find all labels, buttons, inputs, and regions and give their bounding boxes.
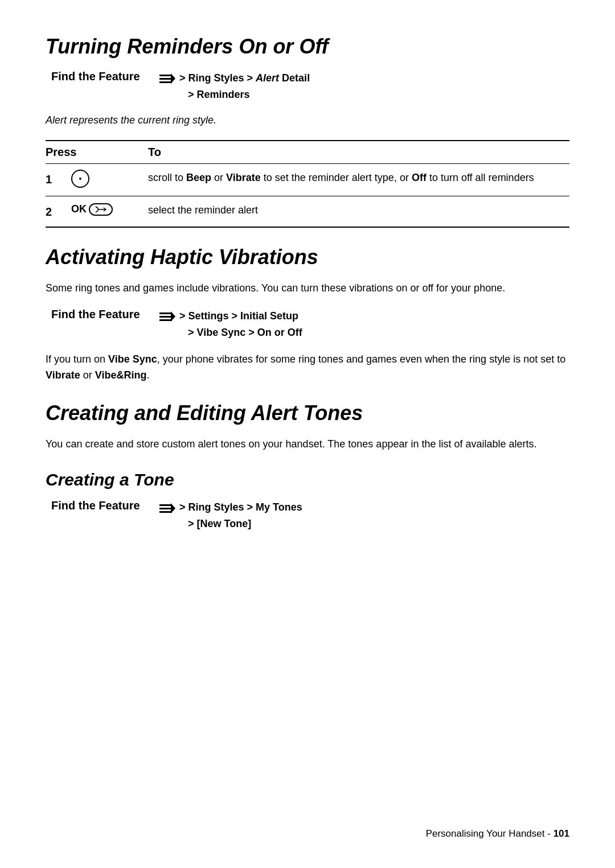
find-feature-label-haptic: Find the Feature bbox=[46, 308, 159, 321]
find-feature-path-haptic: > Settings > Initial Setup > Vibe Sync >… bbox=[159, 308, 302, 341]
svg-rect-4 bbox=[159, 312, 172, 314]
press-header: Press bbox=[46, 141, 148, 164]
vibrate-bold: Vibrate bbox=[46, 369, 80, 381]
beep-word: Beep bbox=[186, 172, 211, 183]
vibe-sync-note: If you turn on Vibe Sync, your phone vib… bbox=[46, 352, 569, 384]
press-table-header: Press To bbox=[46, 141, 569, 164]
section-creating-editing: Creating and Editing Alert Tones You can… bbox=[46, 401, 569, 452]
find-feature-label-reminders: Find the Feature bbox=[46, 70, 159, 83]
find-feature-path-line2-haptic: > Vibe Sync > On or Off bbox=[159, 324, 302, 341]
svg-rect-6 bbox=[159, 319, 172, 321]
vibrate-word: Vibrate bbox=[226, 172, 261, 183]
find-feature-path-line1-reminders: > Ring Styles > Alert Detail bbox=[159, 70, 310, 87]
svg-marker-11 bbox=[171, 503, 175, 513]
haptic-body: Some ring tones and games include vibrat… bbox=[46, 281, 569, 297]
to-header: To bbox=[148, 141, 569, 164]
section-title-turning-reminders: Turning Reminders On or Off bbox=[46, 34, 569, 59]
menu-icon-1 bbox=[159, 73, 175, 84]
find-feature-path-tone: > Ring Styles > My Tones > [New Tone] bbox=[159, 499, 302, 532]
find-feature-path-line1-tone: > Ring Styles > My Tones bbox=[159, 499, 302, 516]
table-row: 2 OK select the reminder bbox=[46, 196, 569, 227]
ok-label: OK bbox=[71, 203, 87, 215]
path-ring-styles-tone: > Ring Styles > My Tones bbox=[179, 501, 302, 513]
table-row: 1 • scroll to Beep or Vibrate to set the… bbox=[46, 163, 569, 196]
action-1: scroll to Beep or Vibrate to set the rem… bbox=[148, 163, 569, 196]
press-table-body: 1 • scroll to Beep or Vibrate to set the… bbox=[46, 163, 569, 227]
section-activating-haptic: Activating Haptic Vibrations Some ring t… bbox=[46, 245, 569, 384]
find-feature-path-line2-tone: > [New Tone] bbox=[159, 516, 302, 532]
find-feature-path-line2-reminders: > Reminders bbox=[159, 87, 310, 103]
section-title-creating-tone: Creating a Tone bbox=[46, 470, 569, 490]
row-number-2: 2 bbox=[46, 205, 58, 218]
path-ring-styles: > Ring Styles > Alert Detail bbox=[179, 72, 310, 84]
off-word: Off bbox=[412, 172, 427, 183]
alert-note: Alert represents the current ring style. bbox=[46, 114, 569, 126]
press-table: Press To 1 • scroll to Beep or Vibrate t… bbox=[46, 140, 569, 228]
ok-bracket-icon bbox=[89, 203, 113, 216]
action-2: select the reminder alert bbox=[148, 196, 569, 227]
circle-dot: • bbox=[79, 174, 82, 183]
viber-ring-bold: Vibe&Ring bbox=[95, 369, 147, 381]
section-creating-tone: Creating a Tone Find the Feature > Ring … bbox=[46, 470, 569, 532]
creating-editing-body: You can create and store custom alert to… bbox=[46, 437, 569, 452]
find-feature-row-tone: Find the Feature > Ring Styles > My Tone… bbox=[46, 499, 569, 532]
svg-rect-8 bbox=[159, 504, 172, 506]
find-feature-path-reminders: > Ring Styles > Alert Detail > Reminders bbox=[159, 70, 310, 103]
path-settings: > Settings > Initial Setup bbox=[179, 310, 298, 322]
section-title-creating-editing: Creating and Editing Alert Tones bbox=[46, 401, 569, 425]
page-footer: Personalising Your Handset - 101 bbox=[426, 828, 569, 840]
find-feature-path-line1-haptic: > Settings > Initial Setup bbox=[159, 308, 302, 324]
vibe-sync-bold: Vibe Sync bbox=[108, 353, 157, 365]
ok-key-svg bbox=[95, 205, 107, 213]
footer-text: Personalising Your Handset - bbox=[426, 828, 554, 839]
row-number-1: 1 bbox=[46, 173, 58, 186]
svg-rect-9 bbox=[159, 508, 172, 509]
svg-rect-1 bbox=[159, 78, 172, 80]
ok-key-icon: OK bbox=[71, 203, 113, 216]
find-feature-label-tone: Find the Feature bbox=[46, 499, 159, 512]
svg-rect-10 bbox=[159, 511, 172, 513]
alert-word: Alert bbox=[46, 114, 67, 126]
page-number: 101 bbox=[554, 828, 569, 839]
svg-rect-5 bbox=[159, 316, 172, 318]
find-feature-row-reminders: Find the Feature > Ring Styles > Alert D… bbox=[46, 70, 569, 103]
section-turning-reminders: Turning Reminders On or Off Find the Fea… bbox=[46, 34, 569, 228]
svg-rect-2 bbox=[159, 81, 172, 83]
svg-rect-0 bbox=[159, 75, 172, 76]
svg-marker-7 bbox=[171, 311, 175, 322]
menu-icon-2 bbox=[159, 311, 175, 322]
svg-marker-3 bbox=[171, 73, 175, 84]
off-text: Off bbox=[288, 327, 302, 338]
scroll-key-icon: • bbox=[71, 170, 89, 188]
find-feature-row-haptic: Find the Feature > Settings > Initial Se… bbox=[46, 308, 569, 341]
section-title-haptic: Activating Haptic Vibrations bbox=[46, 245, 569, 269]
menu-icon-3 bbox=[159, 503, 175, 513]
